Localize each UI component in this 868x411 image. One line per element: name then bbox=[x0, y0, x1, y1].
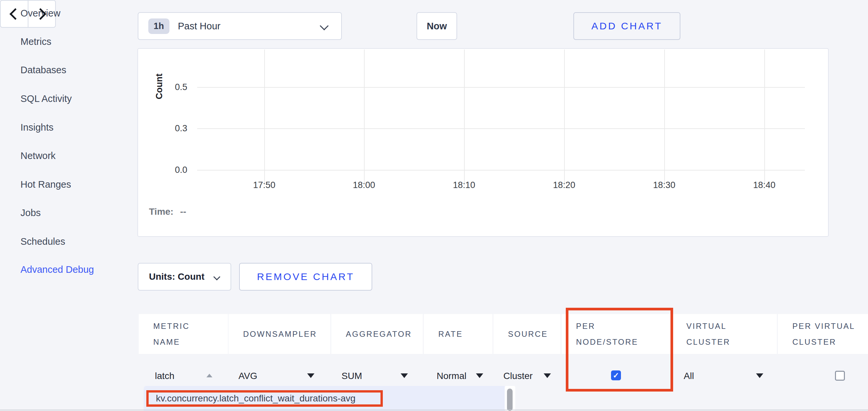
add-chart-button[interactable]: ADD CHART bbox=[574, 12, 680, 40]
rate-select[interactable]: Normal bbox=[437, 371, 466, 381]
column-header-label: METRIC NAME bbox=[153, 318, 209, 350]
units-selector[interactable]: Units: Count bbox=[138, 263, 231, 290]
aggregator-select[interactable]: SUM bbox=[342, 371, 362, 381]
x-axis-tick: 18:00 bbox=[341, 180, 387, 190]
x-axis-tick: 18:20 bbox=[541, 180, 587, 190]
annotation-box-per-node-store bbox=[566, 308, 673, 391]
triangle-down-icon[interactable] bbox=[544, 373, 551, 378]
chart-panel: Count 0.5 0.3 0.0 17:50 18:00 18:10 18:2… bbox=[137, 48, 829, 237]
custom-chart-page: Overview Metrics Databases SQL Activity … bbox=[0, 0, 868, 411]
column-header-rate: RATE bbox=[424, 314, 492, 354]
chevron-down-icon bbox=[213, 273, 220, 280]
gridline-vertical bbox=[664, 49, 665, 185]
chart-hover-time-label: Time: bbox=[149, 206, 174, 217]
time-range-label: Past Hour bbox=[178, 21, 221, 32]
triangle-down-icon[interactable] bbox=[401, 373, 408, 378]
x-axis-tick: 18:30 bbox=[641, 180, 687, 190]
remove-chart-button[interactable]: REMOVE CHART bbox=[239, 263, 372, 290]
now-button[interactable]: Now bbox=[416, 12, 457, 40]
x-axis-tick: 18:10 bbox=[441, 180, 487, 190]
per-virtual-cluster-checkbox[interactable] bbox=[835, 371, 845, 381]
gridline-vertical bbox=[264, 49, 265, 185]
column-header-virtual-cluster: VIRTUAL CLUSTER bbox=[672, 314, 777, 354]
gridline-horizontal bbox=[197, 128, 805, 129]
column-header-downsampler: DOWNSAMPLER bbox=[228, 314, 330, 354]
y-axis-tick: 0.3 bbox=[144, 123, 187, 133]
chevron-left-icon bbox=[9, 8, 21, 20]
x-axis-tick: 17:50 bbox=[241, 180, 287, 190]
chart-hover-time: Time:-- bbox=[149, 206, 186, 217]
column-header-source: SOURCE bbox=[493, 314, 560, 354]
sidebar-item-network[interactable]: Network bbox=[21, 150, 56, 162]
y-axis-tick: 0.0 bbox=[144, 165, 187, 175]
sidebar-item-databases[interactable]: Databases bbox=[21, 64, 66, 76]
triangle-down-icon[interactable] bbox=[476, 373, 483, 378]
gridline-horizontal bbox=[197, 170, 805, 171]
triangle-down-icon[interactable] bbox=[307, 373, 314, 378]
sidebar-item-jobs[interactable]: Jobs bbox=[21, 207, 41, 219]
column-header-label: AGGREGATOR bbox=[346, 326, 412, 342]
column-header-label: SOURCE bbox=[508, 326, 548, 342]
downsampler-select[interactable]: AVG bbox=[239, 371, 257, 381]
column-header-metric-name: METRIC NAME bbox=[139, 314, 228, 354]
column-header-per-virtual-cluster: PER VIRTUAL CLUSTER bbox=[778, 314, 868, 354]
gridline-vertical bbox=[364, 49, 365, 185]
time-range-selector[interactable]: 1h Past Hour bbox=[138, 12, 342, 40]
sidebar-item-sql-activity[interactable]: SQL Activity bbox=[21, 93, 72, 105]
window-bottom-border bbox=[0, 410, 868, 410]
sidebar-item-insights[interactable]: Insights bbox=[21, 122, 54, 133]
column-header-aggregator: AGGREGATOR bbox=[331, 314, 423, 354]
gridline-horizontal bbox=[197, 87, 805, 88]
chart-hover-time-value: -- bbox=[180, 206, 186, 217]
y-axis-tick: 0.5 bbox=[144, 82, 187, 92]
x-axis-tick: 18:40 bbox=[741, 180, 787, 190]
sidebar-item-advanced-debug[interactable]: Advanced Debug bbox=[21, 264, 94, 275]
column-header-label: VIRTUAL CLUSTER bbox=[686, 318, 762, 350]
dropdown-scrollbar-thumb[interactable] bbox=[507, 388, 513, 411]
column-header-label: RATE bbox=[438, 326, 463, 342]
triangle-down-icon[interactable] bbox=[756, 373, 763, 378]
time-range-badge: 1h bbox=[148, 19, 169, 34]
chevron-down-icon bbox=[320, 22, 329, 30]
gridline-vertical bbox=[464, 49, 465, 185]
source-select[interactable]: Cluster bbox=[503, 371, 533, 381]
sidebar-item-schedules[interactable]: Schedules bbox=[21, 236, 65, 247]
column-header-label: PER VIRTUAL CLUSTER bbox=[793, 318, 868, 350]
metric-name-input[interactable]: latch bbox=[155, 371, 175, 381]
gridline-vertical bbox=[564, 49, 565, 185]
annotation-box-suggestion bbox=[146, 390, 383, 407]
sidebar-item-metrics[interactable]: Metrics bbox=[21, 36, 51, 47]
gridline-vertical bbox=[764, 49, 765, 185]
virtual-cluster-select[interactable]: All bbox=[684, 371, 694, 381]
dropdown-scrollbar[interactable] bbox=[505, 386, 515, 411]
units-selector-label: Units: Count bbox=[149, 271, 205, 282]
sidebar-item-hot-ranges[interactable]: Hot Ranges bbox=[21, 178, 71, 190]
column-header-label: DOWNSAMPLER bbox=[243, 326, 317, 342]
triangle-up-icon[interactable] bbox=[207, 374, 212, 377]
